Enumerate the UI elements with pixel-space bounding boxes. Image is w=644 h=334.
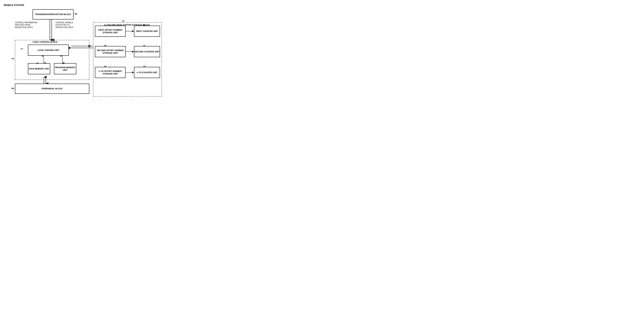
ref-76: 76~	[12, 58, 15, 60]
dots-offset3: ·	[110, 65, 110, 68]
ref-92: 92	[104, 65, 106, 68]
second-offset-unit: SECOND OFFSET NUMBER STORAGE UNIT	[95, 46, 126, 57]
ref-89: 89	[143, 24, 145, 26]
nth-counter-unit: n-TH COUNTER UNIT	[134, 67, 160, 78]
logic-judging-unit: LOGIC JUDGING UNIT	[28, 45, 69, 56]
ref-77: 77~	[20, 48, 24, 50]
ref-79: 79	[36, 62, 38, 65]
nth-offset-unit: n-TH OFFSET NUMBER STORAGE UNIT	[95, 67, 126, 78]
control-info-label: CONTROL INFORMATION INPUTTED FROM RESPEC…	[15, 21, 39, 29]
mobile-station-label: MOBILE STATION	[4, 4, 24, 7]
ref-78: 78	[62, 62, 64, 65]
diagram: MOBILE STATION	[4, 4, 164, 97]
second-counter-unit: SECOND COUNTER UNIT	[134, 46, 160, 57]
program-memory-unit: PROGRAM MEMORY UNIT	[54, 63, 76, 74]
data-memory-unit: DATA MEMORY UNIT	[28, 63, 50, 74]
ref-90: 90	[104, 45, 106, 47]
ref-87: 87	[122, 20, 124, 22]
logic-control-title: LOGIC CONTROL BLOCK	[32, 41, 58, 43]
peripheral-block: PERIPHERAL BLOCK	[15, 84, 89, 94]
transmission-block: TRANSMISSION/RECEPTION BLOCK	[32, 9, 74, 19]
first-counter-unit: FIRST COUNTER UNIT	[134, 26, 160, 37]
ref-86: 86~	[12, 87, 15, 90]
first-offset-unit: FIRST OFFSET NUMBER STORAGE UNIT	[95, 26, 126, 37]
ref-93: 93	[143, 65, 145, 68]
dots-counter3: ·	[146, 65, 146, 68]
ref-91: 91	[143, 45, 145, 47]
control-signals-label: CONTROL SIGNALS OUTPUTTED TO RESPECTIVE …	[56, 21, 80, 29]
ref-85: 85	[75, 13, 77, 15]
ref-85-dash: ~	[73, 13, 74, 15]
ref-88: 88	[104, 24, 106, 26]
